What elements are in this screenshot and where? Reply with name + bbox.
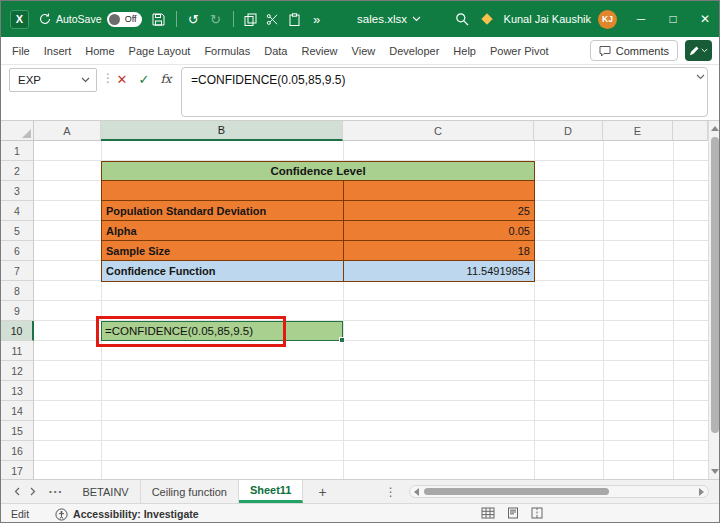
formula-input[interactable]: =CONFIDENCE(0.05,85,9.5) (181, 67, 708, 117)
tab-page-layout[interactable]: Page Layout (122, 37, 198, 64)
page-break-view-button[interactable] (531, 507, 543, 519)
horizontal-scrollbar[interactable] (409, 485, 709, 498)
name-box[interactable]: EXP (9, 68, 97, 92)
page-layout-view-button[interactable] (507, 507, 519, 519)
undo-button[interactable]: ↺ (183, 6, 205, 32)
row-header[interactable]: 7 (1, 261, 34, 281)
editing-mode-button[interactable] (685, 40, 712, 61)
row-header[interactable]: 13 (1, 381, 34, 401)
table-value-cell[interactable]: 25 (344, 201, 534, 220)
fill-handle[interactable] (339, 337, 345, 343)
sheet-tab-sheet11[interactable]: Sheet11 (239, 480, 304, 503)
row-header[interactable]: 8 (1, 281, 34, 301)
formula-cancel-button[interactable]: ✕ (112, 69, 132, 89)
tab-insert[interactable]: Insert (37, 37, 79, 64)
tab-home[interactable]: Home (78, 37, 121, 64)
column-header[interactable]: B (101, 121, 343, 141)
select-all-button[interactable] (1, 121, 34, 141)
tab-help[interactable]: Help (446, 37, 483, 64)
insert-function-button[interactable]: fx (156, 69, 176, 89)
row-header[interactable]: 9 (1, 301, 34, 321)
titlebar: X AutoSave Off ↺ ↻ » sales.xlsx (1, 1, 720, 37)
table-blank-row (102, 181, 534, 201)
vertical-scrollbar[interactable] (708, 121, 720, 479)
sheet-options-button[interactable]: ⋮ (385, 485, 397, 499)
sheet-tab-betainv[interactable]: BETAINV (71, 480, 140, 503)
table-label-cell[interactable]: Alpha (102, 221, 344, 240)
row-header[interactable]: 6 (1, 241, 34, 261)
row-header[interactable]: 5 (1, 221, 34, 241)
tab-file[interactable]: File (5, 37, 37, 64)
column-header[interactable]: E (603, 121, 673, 141)
tab-data[interactable]: Data (257, 37, 294, 64)
scroll-left-icon[interactable] (414, 488, 419, 496)
normal-view-button[interactable] (481, 507, 495, 519)
formula-enter-button[interactable]: ✓ (134, 69, 154, 89)
table-value-cell[interactable]: 11.54919854 (344, 261, 534, 281)
table-label-cell[interactable] (102, 181, 344, 200)
formula-bar-expand-button[interactable] (696, 74, 705, 80)
copy-button[interactable] (240, 6, 262, 32)
sheet-cells-area[interactable]: Confidence Level Population Standard Dev… (34, 141, 708, 479)
autosave-label: AutoSave (56, 13, 102, 25)
tab-power-pivot[interactable]: Power Pivot (483, 37, 556, 64)
tab-view[interactable]: View (345, 37, 383, 64)
accessibility-status[interactable]: Accessibility: Investigate (55, 508, 198, 521)
scissors-icon (266, 13, 279, 26)
sheet-tab-ceiling-function[interactable]: Ceiling function (141, 480, 239, 503)
column-header[interactable]: C (343, 121, 534, 141)
table-value-cell[interactable] (344, 181, 534, 200)
table-label-cell[interactable]: Population Standard Deviation (102, 201, 344, 220)
row-header[interactable]: 14 (1, 401, 34, 421)
name-box-chevron-down-icon[interactable] (81, 77, 90, 83)
tab-formulas[interactable]: Formulas (197, 37, 257, 64)
autosave-toggle[interactable]: Off (107, 12, 142, 27)
row-header[interactable]: 11 (1, 341, 34, 361)
save-button[interactable] (148, 6, 170, 32)
table-value-cell[interactable]: 18 (344, 241, 534, 260)
row-header[interactable]: 10 (1, 321, 34, 341)
row-header[interactable]: 1 (1, 141, 34, 161)
row-header[interactable]: 16 (1, 441, 34, 461)
row-header[interactable]: 3 (1, 181, 34, 201)
search-button[interactable] (451, 6, 473, 32)
scroll-up-icon[interactable] (711, 126, 719, 131)
minimize-button[interactable]: ─ (625, 1, 657, 37)
row-header[interactable]: 12 (1, 361, 34, 381)
horizontal-scroll-thumb[interactable] (424, 488, 609, 495)
maximize-button[interactable]: □ (657, 1, 689, 37)
scroll-right-icon[interactable] (699, 488, 704, 496)
sheet-nav-left-button[interactable] (9, 480, 25, 503)
table-label-cell[interactable]: Sample Size (102, 241, 344, 260)
vertical-scroll-thumb[interactable] (711, 137, 719, 433)
column-header[interactable] (673, 121, 708, 141)
row-header[interactable]: 4 (1, 201, 34, 221)
tab-developer[interactable]: Developer (382, 37, 446, 64)
account-area[interactable]: Kunal Jai Kaushik KJ (483, 10, 617, 29)
column-header[interactable]: D (534, 121, 603, 141)
table-value-cell[interactable]: 0.05 (344, 221, 534, 240)
cut-button[interactable] (262, 6, 284, 32)
quick-access-overflow-button[interactable]: » (306, 6, 328, 32)
row-header[interactable]: 15 (1, 421, 34, 441)
chevron-down-icon (696, 74, 705, 80)
sheet-list-button[interactable]: ••• (49, 487, 63, 496)
table-title-cell[interactable]: Confidence Level (102, 162, 534, 181)
redo-button[interactable]: ↻ (205, 6, 227, 32)
column-header[interactable]: A (34, 121, 101, 141)
document-name: sales.xlsx (357, 13, 407, 25)
comments-button[interactable]: Comments (590, 40, 678, 61)
scroll-down-icon[interactable] (711, 469, 719, 474)
table-label-cell[interactable]: Confidence Function (102, 261, 344, 281)
document-title[interactable]: sales.xlsx (357, 13, 421, 25)
row-header[interactable]: 2 (1, 161, 34, 181)
clipboard-button[interactable] (284, 6, 306, 32)
row-header[interactable]: 17 (1, 461, 34, 481)
add-sheet-button[interactable]: + (318, 484, 326, 500)
sheet-nav-right-button[interactable] (25, 480, 41, 503)
document-chevron-down-icon (412, 16, 421, 22)
table-row: Alpha 0.05 (102, 221, 534, 241)
close-button[interactable]: ✕ (689, 1, 720, 37)
tab-review[interactable]: Review (294, 37, 344, 64)
view-shortcuts (481, 507, 543, 519)
